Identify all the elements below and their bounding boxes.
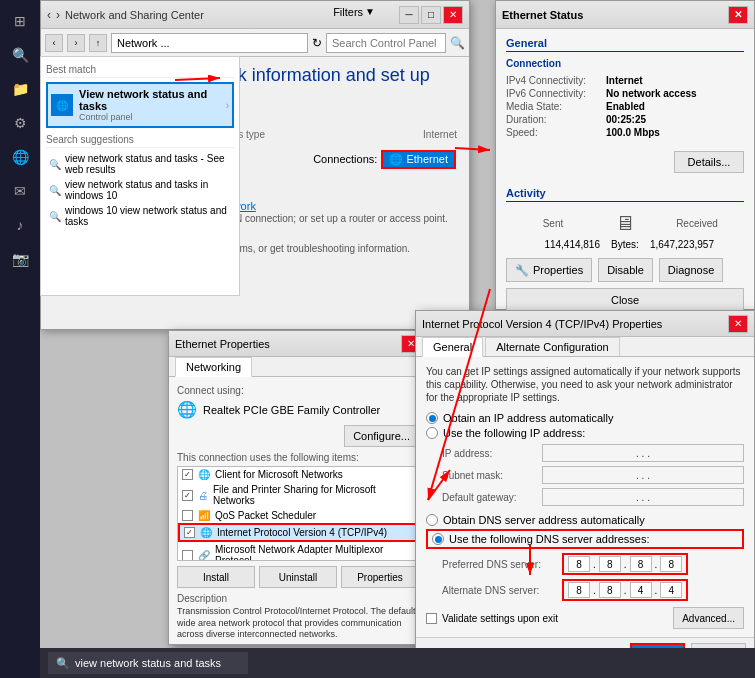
taskbar-photo-icon[interactable]: 📷 bbox=[4, 243, 36, 275]
suggestion-text-1: view network status and tasks - See web … bbox=[65, 153, 231, 175]
configure-button[interactable]: Configure... bbox=[344, 425, 419, 447]
item-properties-button[interactable]: Properties bbox=[341, 566, 419, 588]
up-nav-btn[interactable]: ↑ bbox=[89, 34, 107, 52]
auto-ip-option[interactable]: Obtain an IP address automatically bbox=[426, 412, 744, 424]
tab-networking[interactable]: Networking bbox=[175, 357, 252, 377]
bytes-received: 1,647,223,957 bbox=[650, 239, 740, 250]
item-file-printer[interactable]: 🖨 File and Printer Sharing for Microsoft… bbox=[178, 482, 418, 508]
bytes-label: Bytes: bbox=[600, 239, 650, 250]
suggestion-text-3: windows 10 view network status and tasks bbox=[65, 205, 231, 227]
minimize-btn[interactable]: ─ bbox=[399, 6, 419, 24]
taskbar-settings-icon[interactable]: ⚙ bbox=[4, 107, 36, 139]
manual-ip-option[interactable]: Use the following IP address: bbox=[426, 427, 744, 439]
close-btn[interactable]: ✕ bbox=[443, 6, 463, 24]
ethernet-close-button[interactable]: Close bbox=[506, 288, 744, 312]
install-button[interactable]: Install bbox=[177, 566, 255, 588]
uninstall-button[interactable]: Uninstall bbox=[259, 566, 337, 588]
result-title: View network status and tasks bbox=[79, 88, 220, 112]
taskbar-search-icon[interactable]: 🔍 bbox=[4, 39, 36, 71]
ipv6-label: IPv6 Connectivity: bbox=[506, 87, 606, 100]
checkbox-file-printer[interactable] bbox=[182, 490, 193, 501]
disable-button[interactable]: Disable bbox=[598, 258, 653, 282]
ipv4-tab-general[interactable]: General bbox=[422, 337, 483, 357]
ethernet-window-controls: ✕ bbox=[728, 6, 748, 24]
checkbox-qos[interactable] bbox=[182, 510, 193, 521]
taskbar-windows-icon[interactable]: ⊞ bbox=[4, 5, 36, 37]
refresh-btn[interactable]: ↻ bbox=[312, 36, 322, 50]
checkbox-client-networks[interactable] bbox=[182, 469, 193, 480]
advanced-button[interactable]: Advanced... bbox=[673, 607, 744, 629]
item-ipv4[interactable]: 🌐 Internet Protocol Version 4 (TCP/IPv4) bbox=[178, 523, 418, 542]
suggestion-2[interactable]: 🔍 view network status and tasks in windo… bbox=[46, 177, 234, 203]
dot3: . bbox=[655, 559, 658, 570]
auto-dns-option[interactable]: Obtain DNS server address automatically bbox=[426, 514, 744, 526]
cp-forward-btn[interactable]: › bbox=[56, 8, 60, 22]
manual-dns-option[interactable]: Use the following DNS server addresses: bbox=[426, 529, 744, 549]
alternate-dns-octet-1[interactable] bbox=[568, 582, 590, 598]
preferred-dns-row: Preferred DNS server: . . . bbox=[442, 553, 744, 575]
net-icon-4: 🌐 bbox=[200, 527, 212, 538]
auto-ip-radio[interactable] bbox=[426, 412, 438, 424]
search-input[interactable] bbox=[326, 33, 446, 53]
taskbar-search-icon: 🔍 bbox=[56, 657, 70, 670]
preferred-dns-octet-3[interactable] bbox=[630, 556, 652, 572]
install-row: Install Uninstall Properties bbox=[177, 566, 419, 588]
cp-filter-arrow[interactable]: ▼ bbox=[365, 6, 375, 24]
dot2: . bbox=[624, 559, 627, 570]
ethernet-close-btn[interactable]: ✕ bbox=[728, 6, 748, 24]
taskbar-search-value: view network status and tasks bbox=[75, 657, 221, 669]
checkbox-multiplexor[interactable] bbox=[182, 550, 193, 561]
cp-title-text: Network and Sharing Center bbox=[65, 9, 204, 21]
ipv4-close-btn[interactable]: ✕ bbox=[728, 315, 748, 333]
maximize-btn[interactable]: □ bbox=[421, 6, 441, 24]
alternate-dns-octet-4[interactable] bbox=[660, 582, 682, 598]
preferred-dns-octet-2[interactable] bbox=[599, 556, 621, 572]
taskbar-search-bar: 🔍 view network status and tasks bbox=[48, 652, 248, 674]
bottom-taskbar: 🔍 view network status and tasks bbox=[40, 648, 755, 678]
item-qos[interactable]: 📶 QoS Packet Scheduler bbox=[178, 508, 418, 523]
activity-header: Activity bbox=[506, 187, 744, 202]
gateway-label: Default gateway: bbox=[442, 492, 542, 503]
ethernet-badge[interactable]: 🌐 Ethernet bbox=[381, 150, 456, 169]
back-nav-btn[interactable]: ‹ bbox=[45, 34, 63, 52]
diagnose-button[interactable]: Diagnose bbox=[659, 258, 723, 282]
preferred-dns-octet-4[interactable] bbox=[660, 556, 682, 572]
item-multiplexor[interactable]: 🔗 Microsoft Network Adapter Multiplexor … bbox=[178, 542, 418, 561]
suggestion-3[interactable]: 🔍 windows 10 view network status and tas… bbox=[46, 203, 234, 229]
details-button[interactable]: Details... bbox=[674, 151, 744, 173]
suggestion-1[interactable]: 🔍 view network status and tasks - See we… bbox=[46, 151, 234, 177]
speed-row: Speed: 100.0 Mbps bbox=[506, 126, 744, 139]
ipv6-value: No network access bbox=[606, 87, 744, 100]
item-client-networks[interactable]: 🌐 Client for Microsoft Networks bbox=[178, 467, 418, 482]
validate-checkbox[interactable] bbox=[426, 613, 437, 624]
search-btn[interactable]: 🔍 bbox=[450, 36, 465, 50]
ipv4-tab-alternate[interactable]: Alternate Configuration bbox=[485, 337, 620, 356]
taskbar-files-icon[interactable]: 📁 bbox=[4, 73, 36, 105]
forward-nav-btn[interactable]: › bbox=[67, 34, 85, 52]
subnet-mask-input[interactable] bbox=[542, 466, 744, 484]
cp-filters-btn[interactable]: Filters bbox=[333, 6, 363, 24]
address-input[interactable] bbox=[111, 33, 308, 53]
taskbar-mail-icon[interactable]: ✉ bbox=[4, 175, 36, 207]
manual-dns-radio[interactable] bbox=[432, 533, 444, 545]
alternate-dns-octet-2[interactable] bbox=[599, 582, 621, 598]
alternate-dns-octet-3[interactable] bbox=[630, 582, 652, 598]
preferred-dns-octet-1[interactable] bbox=[568, 556, 590, 572]
search-result-item[interactable]: 🌐 View network status and tasks Control … bbox=[46, 82, 234, 128]
validate-row: Validate settings upon exit Advanced... bbox=[426, 607, 744, 629]
properties-button[interactable]: 🔧 Properties bbox=[506, 258, 592, 282]
checkbox-ipv4[interactable] bbox=[184, 527, 195, 538]
ip-address-input[interactable] bbox=[542, 444, 744, 462]
result-subtitle: Control panel bbox=[79, 112, 220, 122]
props-title: Ethernet Properties bbox=[175, 338, 270, 350]
auto-dns-radio[interactable] bbox=[426, 514, 438, 526]
adapter-name: Realtek PCIe GBE Family Controller bbox=[203, 404, 380, 416]
taskbar-network-icon[interactable]: 🌐 bbox=[4, 141, 36, 173]
cp-back-btn[interactable]: ‹ bbox=[47, 8, 51, 22]
gateway-input[interactable] bbox=[542, 488, 744, 506]
general-header: General bbox=[506, 37, 744, 52]
address-bar: ‹ › ↑ ↻ 🔍 bbox=[41, 29, 469, 57]
taskbar-music-icon[interactable]: ♪ bbox=[4, 209, 36, 241]
manual-ip-radio[interactable] bbox=[426, 427, 438, 439]
dot5: . bbox=[624, 585, 627, 596]
